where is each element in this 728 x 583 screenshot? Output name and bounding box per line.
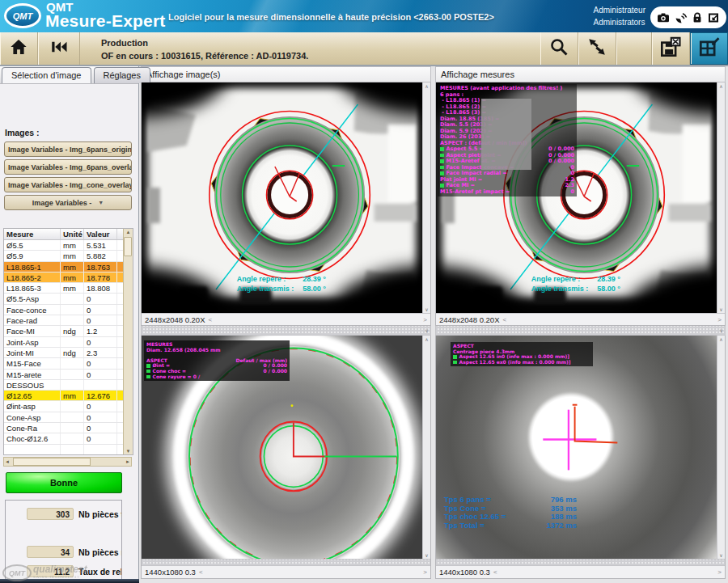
chevron-down-icon: ▼ (98, 200, 104, 205)
scroll-left-icon[interactable]: < (208, 316, 212, 323)
vertical-scrollbar[interactable]: ∧∨ (422, 82, 430, 313)
stat-row-bad: 34 Nb pièces mauvaises (27, 546, 121, 558)
scroll-right-icon[interactable]: > (717, 316, 722, 323)
toolbar-spacer (616, 32, 652, 65)
home-icon (9, 38, 28, 59)
image-size-zoom-label: 1440x1080 0.3 (439, 568, 490, 577)
table-row[interactable]: Joint-MIndg2.3 (4, 348, 123, 358)
table-row[interactable]: Ø5.9mm5.882 (4, 251, 123, 261)
vertical-scrollbar[interactable]: ∧∨ (717, 82, 725, 313)
qmt-logo: QMT (4, 3, 41, 28)
viewer-right-header: Affichage mesures (435, 66, 726, 82)
image-size-zoom-label: 2448x2048 0.20X (439, 315, 499, 324)
scroll-right-icon[interactable]: > (423, 568, 427, 576)
table-row[interactable]: Choc-Ø12.60 (4, 433, 123, 444)
image-dropdown-1[interactable]: Image Variables - Img_6pans_origine▼ (4, 142, 132, 157)
image-dropdown-2[interactable]: Image Variables - Img_6pans_overlay▼ (4, 159, 132, 175)
vertical-scrollbar[interactable]: ∧∨ (717, 336, 725, 559)
angle-annotations: Angle repere :28.39 °Angle transmis :58.… (237, 274, 337, 294)
image-status-row: 2448x2048 0.20X < > (142, 313, 430, 325)
app-tagline: Logiciel pour la mesure dimensionnelle à… (168, 12, 494, 22)
home-button[interactable] (0, 32, 38, 65)
scroll-left-icon[interactable]: < (199, 568, 203, 576)
lock-icon[interactable] (691, 11, 704, 24)
viewer-left-header: Affichage image(s) (141, 66, 431, 82)
viewer-top-left: Angle repere :28.39 °Angle transmis :58.… (141, 82, 431, 326)
scroll-right-icon[interactable]: > (423, 316, 427, 323)
main-toolbar: Production OF en cours : 10031615, Référ… (0, 32, 728, 66)
scrollbar-thumb[interactable] (124, 237, 132, 256)
aspect-overlay: ASPECTCentrage piece 4.3mmAspect 12.65 i… (451, 342, 593, 366)
user-group: Administrators (594, 16, 645, 28)
image-status-row: 1440x1080 0.3 < > (142, 565, 430, 578)
table-row[interactable]: Øint-asp0 (4, 401, 123, 412)
image-status-row: 1440x1080 0.3 < > (436, 565, 725, 578)
table-row[interactable]: M15-arete0 (4, 370, 123, 380)
scroll-up-icon: ▲ (126, 230, 131, 234)
total-pieces-value: 303 (27, 508, 74, 520)
table-row[interactable]: DESSOUS (4, 380, 123, 391)
scroll-left-icon[interactable]: < (502, 316, 506, 323)
table-row[interactable]: Ø12.65mm12.676 (4, 391, 123, 401)
table-row[interactable]: Cone-Asp0 (4, 412, 123, 423)
job-info: Production OF en cours : 10031615, Référ… (80, 32, 540, 65)
app-subtitle: Mesure-Expert (45, 11, 165, 31)
table-row[interactable]: Joint-Asp0 (4, 337, 123, 348)
table-row[interactable]: L18.865-2mm18.778 (4, 272, 123, 283)
horizontal-scroll-strip[interactable] (142, 559, 430, 565)
table-row[interactable]: L18.865-3mm18.808 (4, 283, 123, 294)
status-square-icon (440, 159, 444, 163)
table-row[interactable]: Ø5.5mm5.531 (4, 240, 123, 251)
window-resize-icon[interactable] (707, 11, 721, 24)
horizontal-scroll-strip[interactable]: ∨ (141, 326, 431, 336)
status-badge-bonne: Bonne (6, 472, 122, 493)
mode-label: Production (101, 36, 540, 49)
bad-pieces-value: 34 (27, 546, 74, 558)
expand-button[interactable] (578, 32, 616, 65)
image-dropdown-3[interactable]: Image Variables - Img_cone_overlay▼ (4, 177, 132, 192)
vertical-scrollbar[interactable]: ∧∨ (422, 336, 430, 559)
image-dropdown-4[interactable]: Image Variables -▼ (4, 195, 132, 210)
image-canvas-cone-overlay[interactable]: MESURESDiam. 12.658 (208.045 mmASPECTDef… (142, 336, 430, 559)
scroll-left-icon: ◄ (5, 459, 10, 464)
table-row[interactable]: M15-Face0 (4, 358, 123, 369)
status-pill (650, 6, 726, 28)
viewer-top-right: MESURES (avant application des filtres! … (435, 82, 726, 326)
table-vertical-scrollbar[interactable]: ▲ ▼ (123, 229, 133, 454)
table-horizontal-scrollbar[interactable]: ◄ ► (3, 457, 132, 467)
mesures-overlay: MESURESDiam. 12.658 (208.045 mmASPECTDef… (144, 340, 290, 381)
qmt-watermark-logo: QMT (2, 564, 32, 581)
expand-arrows-icon (586, 37, 607, 60)
scrollbar-thumb[interactable] (13, 458, 91, 466)
scroll-left-icon[interactable]: < (493, 568, 497, 576)
horizontal-scroll-strip[interactable]: ∨ (435, 326, 726, 336)
status-square-icon (440, 171, 444, 175)
left-panel: Sélection d'image Réglages Images : Imag… (0, 66, 139, 583)
search-button[interactable] (540, 32, 578, 65)
image-canvas-hex-overlay[interactable]: MESURES (avant application des filtres! … (436, 82, 725, 313)
tab-selection-image[interactable]: Sélection d'image (2, 67, 91, 83)
table-row[interactable]: Face-rad0 (4, 315, 123, 326)
table-row[interactable]: Face-conce0 (4, 305, 123, 315)
qualimatest-watermark: QMT qualimatest SWISS TECHNOLOGY (2, 564, 87, 581)
layout-button[interactable] (690, 32, 728, 65)
horizontal-scroll-strip[interactable] (436, 559, 725, 565)
of-line: OF en cours : 10031615, Référence : AD-0… (101, 49, 540, 62)
save-image-button[interactable] (652, 32, 690, 65)
table-row[interactable]: Cone-Ra0 (4, 423, 123, 433)
table-row[interactable] (4, 445, 123, 455)
broadcast-icon[interactable] (674, 11, 688, 24)
table-row[interactable]: L18.865-1mm18.763 (4, 262, 123, 272)
table-row[interactable]: Ø5.5-Asp0 (4, 294, 123, 304)
image-canvas-hex-origin[interactable]: Angle repere :28.39 °Angle transmis :58.… (142, 82, 430, 313)
status-square-icon (440, 184, 444, 188)
image-canvas-bottom-view[interactable]: ASPECTCentrage piece 4.3mmAspect 12.65 i… (436, 336, 725, 559)
camera-icon[interactable] (656, 11, 671, 24)
viewer-bottom-right: ASPECTCentrage piece 4.3mmAspect 12.65 i… (435, 336, 726, 579)
table-row[interactable]: Face-MIndg1.2 (4, 326, 123, 336)
tab-reglages[interactable]: Réglages (94, 67, 150, 83)
scroll-down-icon: ▼ (126, 449, 131, 454)
scroll-right-icon[interactable]: > (717, 568, 722, 576)
rewind-button[interactable] (38, 32, 80, 65)
search-icon (549, 37, 569, 60)
